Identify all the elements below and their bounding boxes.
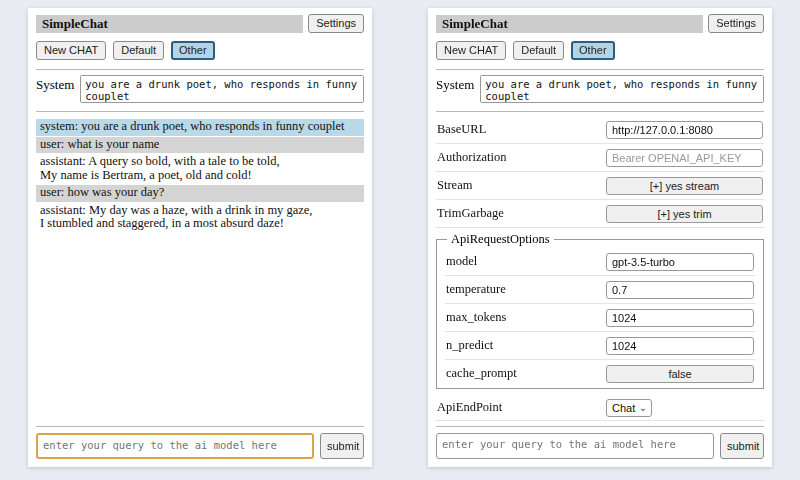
setting-row-n-predict: n_predict <box>445 332 755 360</box>
stream-toggle-button[interactable]: [+] yes stream <box>606 177 763 195</box>
temperature-label: temperature <box>446 282 506 297</box>
chat-message-user: user: what is your name <box>36 137 364 154</box>
new-chat-button[interactable]: New CHAT <box>436 41 506 60</box>
authorization-label: Authorization <box>437 150 506 165</box>
system-prompt-label: System <box>36 75 74 103</box>
divider <box>436 426 764 427</box>
divider <box>36 426 364 427</box>
cache-prompt-toggle-button[interactable]: false <box>606 365 754 383</box>
submit-button[interactable]: submit <box>720 433 764 459</box>
apiendpoint-selected-value: Chat <box>612 402 635 414</box>
setting-row-authorization: Authorization <box>436 144 764 172</box>
session-tab-other[interactable]: Other <box>171 41 215 60</box>
n-predict-label: n_predict <box>446 338 493 353</box>
model-label: model <box>446 254 477 269</box>
titlebar: SimpleChat Settings <box>36 14 364 33</box>
query-input[interactable] <box>36 433 314 459</box>
temperature-input[interactable] <box>606 281 754 299</box>
divider <box>436 111 764 112</box>
chat-panel: SimpleChat Settings New CHAT Default Oth… <box>28 8 372 467</box>
settings-panel: SimpleChat Settings New CHAT Default Oth… <box>428 8 772 467</box>
chevron-down-icon: ⌄ <box>639 401 647 414</box>
max-tokens-input[interactable] <box>606 309 754 327</box>
system-prompt-row: System <box>436 75 764 103</box>
settings-button[interactable]: Settings <box>708 14 764 33</box>
setting-row-max-tokens: max_tokens <box>445 304 755 332</box>
authorization-input[interactable] <box>606 149 763 167</box>
app-title: SimpleChat <box>436 15 703 33</box>
query-row: submit <box>436 433 764 459</box>
trimgarbage-label: TrimGarbage <box>437 206 504 221</box>
submit-button[interactable]: submit <box>320 433 364 459</box>
system-prompt-row: System <box>36 75 364 103</box>
setting-row-stream: Stream [+] yes stream <box>436 172 764 200</box>
apiendpoint-select[interactable]: Chat ⌄ <box>606 399 652 417</box>
divider <box>36 111 364 112</box>
setting-row-trimgarbage: TrimGarbage [+] yes trim <box>436 200 764 228</box>
session-tabs: New CHAT Default Other <box>36 41 364 60</box>
chat-message-system: system: you are a drunk poet, who respon… <box>36 119 364 136</box>
stream-label: Stream <box>437 178 472 193</box>
api-request-options-legend: ApiRequestOptions <box>447 232 554 247</box>
chat-message-assistant: assistant: My day was a haze, with a dri… <box>36 203 364 233</box>
new-chat-button[interactable]: New CHAT <box>36 41 106 60</box>
chat-message-assistant: assistant: A query so bold, with a tale … <box>36 154 364 184</box>
app-root: SimpleChat Settings New CHAT Default Oth… <box>0 0 800 475</box>
setting-row-baseurl: BaseURL <box>436 116 764 144</box>
settings-list: BaseURL Authorization Stream [+] yes str… <box>436 116 764 424</box>
query-input[interactable] <box>436 433 714 459</box>
app-title: SimpleChat <box>36 15 303 33</box>
query-row: submit <box>36 433 364 459</box>
divider <box>36 69 364 70</box>
setting-row-apiendpoint: ApiEndPoint Chat ⌄ <box>436 394 764 421</box>
setting-row-model: model <box>445 248 755 276</box>
chat-message-user: user: how was your day? <box>36 185 364 202</box>
apiendpoint-label: ApiEndPoint <box>437 400 502 415</box>
session-tab-other[interactable]: Other <box>571 41 615 60</box>
divider <box>436 69 764 70</box>
session-tabs: New CHAT Default Other <box>436 41 764 60</box>
baseurl-label: BaseURL <box>437 122 486 137</box>
setting-row-chathistoryinctxt: ChatHistoryInCtxt Last1 ⌄ <box>436 421 764 424</box>
model-input[interactable] <box>606 253 754 271</box>
cache-prompt-label: cache_prompt <box>446 366 517 381</box>
n-predict-input[interactable] <box>606 337 754 355</box>
api-request-options-fieldset: ApiRequestOptions model temperature max_… <box>436 232 764 389</box>
system-prompt-input[interactable] <box>480 75 764 103</box>
titlebar: SimpleChat Settings <box>436 14 764 33</box>
settings-button[interactable]: Settings <box>308 14 364 33</box>
system-prompt-input[interactable] <box>80 75 364 103</box>
trimgarbage-toggle-button[interactable]: [+] yes trim <box>606 205 763 223</box>
chat-message-list: system: you are a drunk poet, who respon… <box>36 119 364 424</box>
max-tokens-label: max_tokens <box>446 310 506 325</box>
setting-row-temperature: temperature <box>445 276 755 304</box>
session-tab-default[interactable]: Default <box>113 41 164 60</box>
system-prompt-label: System <box>436 75 474 103</box>
setting-row-cache-prompt: cache_prompt false <box>445 360 755 384</box>
session-tab-default[interactable]: Default <box>513 41 564 60</box>
baseurl-input[interactable] <box>606 121 763 139</box>
